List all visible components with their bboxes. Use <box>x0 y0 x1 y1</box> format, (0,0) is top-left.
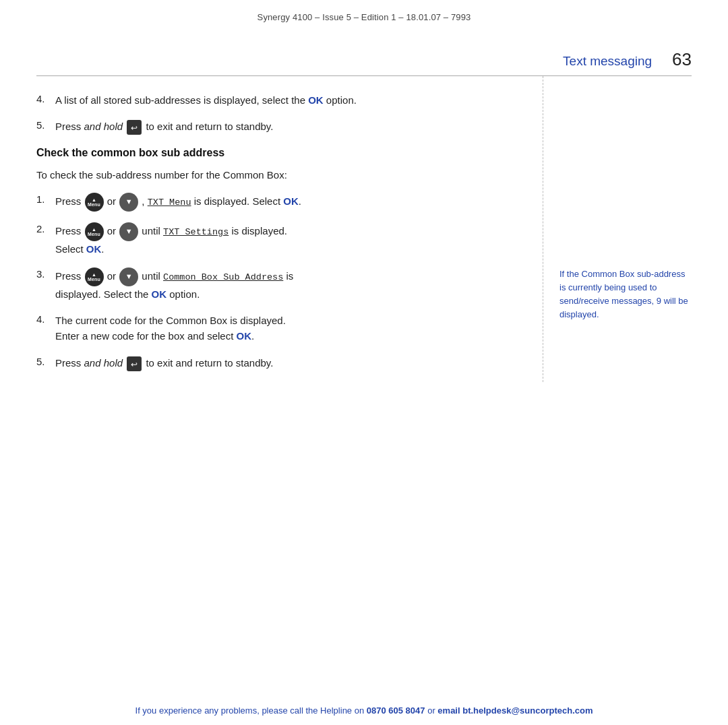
ok-label-2: OK <box>86 243 102 255</box>
top-step-list: 4. A list of all stored sub-addresses is… <box>36 92 522 135</box>
ok-label-3: OK <box>152 288 167 300</box>
header-title: Synergy 4100 – Issue 5 – Edition 1 – 18.… <box>257 12 471 22</box>
footer-prefix: If you experience any problems, please c… <box>135 705 367 716</box>
menu-button-2a: ▲ Menu <box>85 222 104 241</box>
step-item-2: 2. Press ▲ Menu or until TXT Settings is… <box>36 222 522 257</box>
subsection-intro: To check the sub-address number for the … <box>36 167 522 183</box>
step-item-1: 1. Press ▲ Menu or , TXT Menu is display… <box>36 193 522 212</box>
common-box-label: Common Box Sub Address <box>163 272 283 282</box>
svg-text:↩: ↩ <box>131 123 138 133</box>
note-box: If the Common Box sub-address is current… <box>559 267 692 322</box>
step-text-2: Press ▲ Menu or until TXT Settings is di… <box>55 222 287 257</box>
step-num-1: 1. <box>36 193 55 205</box>
step-text-5: Press and hold ↩ to exit and return to s… <box>55 119 273 135</box>
and-hold-text-5b: and hold <box>84 357 123 369</box>
ok-label-4b: OK <box>237 330 252 342</box>
nav-button-3 <box>119 267 138 286</box>
step-item-5b: 5. Press and hold ↩ to exit and return t… <box>36 355 522 371</box>
step-text-5b: Press and hold ↩ to exit and return to s… <box>55 355 273 371</box>
step-num-4b: 4. <box>36 313 55 325</box>
step-text-4b: The current code for the Common Box is d… <box>55 313 286 344</box>
txt-settings-label: TXT Settings <box>163 227 229 237</box>
right-column: If the Common Box sub-address is current… <box>543 76 692 382</box>
section-header: Text messaging 63 <box>0 29 728 75</box>
footer: If you experience any problems, please c… <box>0 696 728 725</box>
footer-email: email bt.helpdesk@suncorptech.com <box>437 705 593 716</box>
step-item-5: 5. Press and hold ↩ to exit and return t… <box>36 119 522 135</box>
step-num-2: 2. <box>36 222 55 234</box>
and-hold-text-5: and hold <box>84 121 123 132</box>
nav-button-2 <box>119 222 138 241</box>
step-text-4: A list of all stored sub-addresses is di… <box>55 92 357 108</box>
footer-phone: 0870 605 8047 <box>367 705 425 716</box>
step-num-4: 4. <box>36 92 55 104</box>
step-text-3: Press ▲ Menu or until Common Box Sub Add… <box>55 267 293 302</box>
step-item-4: 4. A list of all stored sub-addresses is… <box>36 92 522 108</box>
step-item-3: 3. Press ▲ Menu or until Common Box Sub … <box>36 267 522 302</box>
step-text-1: Press ▲ Menu or , TXT Menu is displayed.… <box>55 193 301 212</box>
step-item-4b: 4. The current code for the Common Box i… <box>36 313 522 344</box>
step-num-3: 3. <box>36 267 55 280</box>
main-step-list: 1. Press ▲ Menu or , TXT Menu is display… <box>36 193 522 371</box>
end-call-icon-5: ↩ <box>127 120 142 135</box>
txt-menu-label-1: TXT Menu <box>148 197 191 208</box>
main-content: 4. A list of all stored sub-addresses is… <box>0 76 728 382</box>
end-call-icon-5b: ↩ <box>127 356 142 371</box>
menu-button-1a: ▲ Menu <box>85 193 104 212</box>
step-num-5b: 5. <box>36 355 55 367</box>
svg-text:↩: ↩ <box>131 360 138 369</box>
left-column: 4. A list of all stored sub-addresses is… <box>36 76 543 382</box>
menu-button-3a: ▲ Menu <box>85 267 104 286</box>
subsection-title: Check the common box sub address <box>36 147 522 159</box>
page-header: Synergy 4100 – Issue 5 – Edition 1 – 18.… <box>0 0 728 29</box>
ok-label-4: OK <box>308 94 324 106</box>
footer-middle: or <box>425 705 438 716</box>
nav-button-1 <box>119 193 138 212</box>
section-number: 63 <box>672 49 692 70</box>
section-title: Text messaging <box>563 54 652 69</box>
step-num-5: 5. <box>36 119 55 131</box>
ok-label-1: OK <box>283 195 299 207</box>
